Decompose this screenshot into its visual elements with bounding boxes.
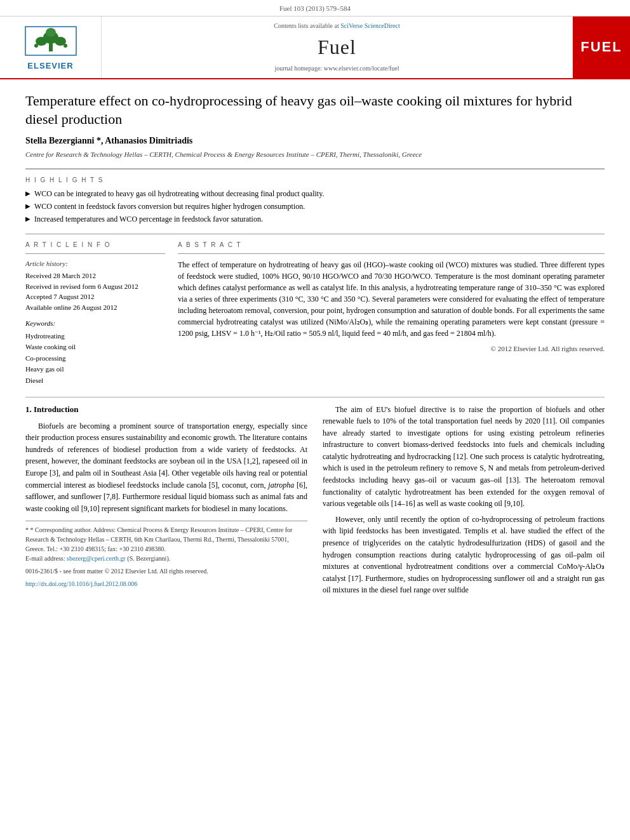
keyword-2: Waste cooking oil (25, 342, 165, 353)
copyright-text: 0016-2361/$ - see front matter © 2012 El… (25, 568, 208, 575)
highlight-text-1: WCO can be integrated to heavy gas oil h… (34, 189, 324, 199)
email-note: E-mail address: sbezerg@cperi.certh.gr (… (25, 554, 307, 563)
page: Fuel 103 (2013) 579–584 ELSEVIER (0, 0, 630, 613)
body-right-col: The aim of EU's biofuel directive is to … (323, 404, 605, 601)
highlight-arrow-2: ▶ (25, 202, 30, 211)
footer-copyright: 0016-2361/$ - see front matter © 2012 El… (25, 567, 307, 576)
history-block: Article history: Received 28 March 2012 … (25, 259, 165, 312)
keyword-3: Co-processing (25, 353, 165, 364)
footnote-star: * (25, 526, 30, 533)
info-abstract-section: A R T I C L E I N F O Article history: R… (25, 241, 605, 387)
keywords-block: Keywords: Hydrotreating Waste cooking oi… (25, 319, 165, 386)
email-address: sbezerg@cperi.certh.gr (67, 555, 126, 562)
keyword-1: Hydrotreating (25, 331, 165, 342)
highlight-arrow-1: ▶ (25, 189, 30, 198)
highlight-item-1: ▶ WCO can be integrated to heavy gas oil… (25, 189, 605, 199)
article-info-col: A R T I C L E I N F O Article history: R… (25, 241, 165, 387)
elsevier-logo-box: ELSEVIER (0, 17, 102, 78)
journal-reference: Fuel 103 (2013) 579–584 (279, 4, 351, 12)
body-text-left: Biofuels are becoming a prominent source… (25, 420, 307, 515)
email-author: (S. Bezergianni). (127, 555, 170, 562)
journal-center: Contents lists available at SciVerse Sci… (102, 17, 573, 78)
corresponding-author-text: * Corresponding author. Address: Chemica… (25, 526, 292, 552)
highlight-text-3: Increased temperatures and WCO percentag… (34, 214, 263, 225)
highlights-divider-top (25, 168, 605, 170)
corresponding-author-note: * * Corresponding author. Address: Chemi… (25, 525, 307, 554)
body-left-col: 1. Introduction Biofuels are becoming a … (25, 404, 307, 601)
keywords-title: Keywords: (25, 319, 165, 328)
article-title: Temperature effect on co-hydroprocessing… (25, 92, 605, 128)
authors: Stella Bezergianni *, Athanasios Dimitri… (25, 135, 605, 147)
top-bar: Fuel 103 (2013) 579–584 (0, 0, 630, 17)
affiliation: Centre for Research & Technology Hellas … (25, 150, 605, 159)
history-accepted: Accepted 7 August 2012 (25, 291, 165, 302)
highlight-text-2: WCO content in feedstock favors conversi… (34, 201, 305, 212)
body-text-right: The aim of EU's biofuel directive is to … (323, 404, 605, 597)
fuel-logo-box: FUEL (573, 17, 630, 78)
svg-rect-1 (49, 43, 53, 51)
article-info-inner-divider (25, 253, 165, 254)
history-title: Article history: (25, 259, 165, 269)
section-1-title: 1. Introduction (25, 404, 307, 415)
doi-link: http://dx.doi.org/10.1016/j.fuel.2012.08… (25, 580, 137, 587)
highlights-label: H I G H L I G H T S (25, 176, 605, 185)
body-section: 1. Introduction Biofuels are becoming a … (25, 404, 605, 601)
elsevier-logo-text: ELSEVIER (27, 60, 73, 72)
right-para-2: However, only until recently the option … (323, 514, 605, 596)
history-online: Available online 26 August 2012 (25, 302, 165, 313)
email-label: E-mail address: (25, 555, 65, 562)
svg-point-6 (34, 44, 38, 48)
sciverse-text: Contents lists available at SciVerse Sci… (274, 22, 400, 30)
footer-doi: http://dx.doi.org/10.1016/j.fuel.2012.08… (25, 580, 307, 589)
journal-homepage: journal homepage: www.elsevier.com/locat… (275, 64, 399, 73)
highlight-item-2: ▶ WCO content in feedstock favors conver… (25, 201, 605, 212)
section-1-label: Introduction (34, 404, 79, 414)
intro-para-1: Biofuels are becoming a prominent source… (25, 420, 307, 515)
sciverse-link[interactable]: SciVerse ScienceDirect (340, 22, 400, 29)
fuel-logo-text: FUEL (580, 37, 622, 57)
article-info-label: A R T I C L E I N F O (25, 241, 165, 250)
abstract-col: A B S T R A C T The effect of temperatur… (178, 241, 605, 387)
body-divider (25, 397, 605, 397)
highlight-arrow-3: ▶ (25, 215, 30, 223)
abstract-divider (178, 253, 605, 254)
main-content: Temperature effect on co-hydroprocessing… (0, 79, 630, 613)
keyword-4: Heavy gas oil (25, 364, 165, 375)
svg-point-7 (64, 44, 67, 48)
history-received: Received 28 March 2012 (25, 270, 165, 281)
section-1-number: 1. (25, 404, 32, 414)
keyword-5: Diesel (25, 375, 165, 387)
article-info-divider (25, 234, 605, 234)
journal-name: Fuel (318, 33, 356, 62)
right-para-1: The aim of EU's biofuel directive is to … (323, 404, 605, 510)
highlight-item-3: ▶ Increased temperatures and WCO percent… (25, 214, 605, 225)
history-revised: Received in revised form 6 August 2012 (25, 281, 165, 292)
elsevier-tree-icon (22, 23, 79, 58)
svg-point-5 (46, 28, 56, 37)
authors-text: Stella Bezergianni *, Athanasios Dimitri… (25, 136, 192, 145)
footer-area: * * Corresponding author. Address: Chemi… (25, 521, 307, 589)
journal-header: ELSEVIER Contents lists available at Sci… (0, 17, 630, 79)
abstract-label: A B S T R A C T (178, 241, 605, 250)
highlights-section: H I G H L I G H T S ▶ WCO can be integra… (25, 176, 605, 224)
abstract-copyright: © 2012 Elsevier Ltd. All rights reserved… (178, 344, 605, 354)
abstract-text: The effect of temperature on hydrotreati… (178, 259, 605, 339)
